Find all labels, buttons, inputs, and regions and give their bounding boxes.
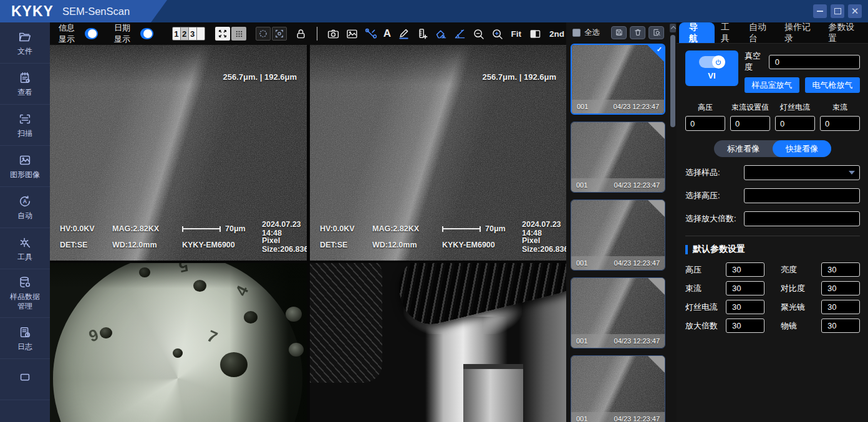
- layout-3-button[interactable]: 3: [189, 27, 197, 40]
- sidebar-item-images[interactable]: 图形图像: [0, 146, 50, 187]
- split-square-icon: [529, 27, 542, 41]
- angle-icon: [453, 27, 466, 41]
- beam-set-field-input[interactable]: [730, 116, 770, 131]
- chamber-camera-viewport[interactable]: [310, 263, 566, 422]
- grid-view-button[interactable]: [231, 27, 246, 41]
- instrument-model: KYKY-EM6900: [182, 241, 262, 249]
- circle-select-button[interactable]: [256, 27, 271, 41]
- scroll-up-button[interactable]: [670, 24, 676, 32]
- default-mag-input[interactable]: [726, 319, 764, 333]
- default-beam-input[interactable]: [726, 281, 764, 295]
- thumbnail-item[interactable]: 001 04/23 12:23:47: [571, 122, 665, 193]
- wd-readout: WD:12.0mm: [372, 241, 442, 249]
- chamber-vent-button[interactable]: 样品室放气: [745, 77, 799, 93]
- sidebar-item-partial[interactable]: [0, 359, 50, 400]
- draw-annotation-button[interactable]: [397, 26, 410, 41]
- sidebar-item-log[interactable]: 日志: [0, 318, 50, 359]
- default-brightness-input[interactable]: [821, 262, 860, 277]
- capture-button[interactable]: [327, 26, 340, 41]
- vacuum-input[interactable]: [769, 55, 860, 69]
- sidebar-item-auto[interactable]: A 自动: [0, 187, 50, 228]
- expand-view-button[interactable]: [215, 27, 230, 41]
- filament-field-input[interactable]: [775, 116, 815, 131]
- scale-bar-line: [442, 226, 481, 232]
- default-condenser-input[interactable]: [821, 300, 860, 314]
- sem-metadata-overlay: HV:0.0KV MAG:2.82KX 70μm 2024.07.23 14:4…: [320, 221, 566, 253]
- preview-image-button[interactable]: [649, 26, 664, 39]
- datetime-readout: 2024.07.23 14:48: [262, 220, 307, 237]
- tab-parameter-settings[interactable]: 参数设置: [822, 22, 866, 43]
- delete-images-button[interactable]: [630, 26, 645, 39]
- section-accent-bar: [685, 245, 688, 254]
- hv-select[interactable]: [744, 188, 860, 203]
- lock-button[interactable]: [294, 26, 307, 41]
- sidebar-item-scan[interactable]: 扫描: [0, 105, 50, 146]
- mag-select-input[interactable]: [744, 211, 860, 226]
- sidebar-item-tools[interactable]: 工具: [0, 228, 50, 269]
- fit-button[interactable]: Fit: [509, 29, 524, 39]
- thumbnail-item[interactable]: ✓ 001 04/23 12:23:47: [571, 44, 665, 115]
- sample-select-input[interactable]: [744, 165, 860, 180]
- hv-field-input[interactable]: [685, 116, 725, 131]
- pen-icon: [397, 27, 410, 41]
- beam-field-input[interactable]: [820, 116, 860, 131]
- sem-viewport-1[interactable]: 256.7μm. | 192.6μm HV:0.0KV MAG:2.82KX 7…: [50, 45, 307, 261]
- tab-auto-stage[interactable]: 自动台: [743, 22, 778, 43]
- mag-select[interactable]: [744, 211, 860, 226]
- quick-imaging-button[interactable]: 快捷看像: [773, 140, 831, 157]
- layout-1-button[interactable]: 1: [173, 27, 181, 40]
- text-annotation-button[interactable]: A: [383, 26, 391, 41]
- title-bar: KYKY SEM-SenScan ✕: [0, 0, 868, 22]
- repair-tools-button[interactable]: [364, 26, 377, 41]
- tab-tools[interactable]: 工具: [715, 22, 743, 43]
- info-display-toggle[interactable]: [85, 28, 98, 39]
- thumbnail-time: 04/23 12:23:47: [614, 103, 659, 110]
- second-display-button[interactable]: 2nd: [547, 29, 566, 39]
- stage-camera-viewport[interactable]: 9 7 4 5: [50, 263, 307, 422]
- close-button[interactable]: ✕: [848, 4, 862, 18]
- eraser-eye-icon: [435, 27, 448, 41]
- tab-operation-log[interactable]: 操作记录: [778, 22, 822, 43]
- angle-measure-button[interactable]: [453, 26, 466, 41]
- layout-4-button[interactable]: [197, 27, 205, 40]
- snapshot-button[interactable]: [345, 26, 359, 41]
- thumbnail-item[interactable]: 001 04/23 12:23:47: [571, 277, 665, 348]
- dot-grid-icon: [234, 29, 244, 39]
- hv-select-input[interactable]: [744, 188, 860, 203]
- sidebar-item-view[interactable]: 查看: [0, 64, 50, 105]
- area-select-button[interactable]: [272, 27, 287, 41]
- maximize-button[interactable]: [831, 4, 844, 18]
- sample-select[interactable]: [744, 165, 860, 180]
- wd-readout: WD:12.0mm: [112, 241, 182, 249]
- zoom-in-button[interactable]: [491, 26, 504, 41]
- measure-button[interactable]: [416, 26, 429, 41]
- sidebar-item-files[interactable]: 文件: [0, 22, 50, 64]
- sem-viewport-2[interactable]: 256.7μm. | 192.6μm HV:0.0KV MAG:2.82KX 7…: [310, 45, 566, 261]
- trash-icon: [634, 28, 642, 37]
- standard-imaging-button[interactable]: 标准看像: [714, 140, 773, 157]
- thumbnail-header: 全选: [566, 22, 677, 42]
- arrows-out-icon: [218, 29, 228, 39]
- default-contrast-input[interactable]: [821, 281, 860, 295]
- split-view-button[interactable]: [529, 26, 542, 41]
- eraser-button[interactable]: [435, 26, 448, 41]
- default-filament-input[interactable]: [726, 300, 764, 314]
- scrollbar-thumb[interactable]: [670, 35, 675, 127]
- vi-toggle[interactable]: [699, 56, 725, 68]
- save-images-button[interactable]: [611, 26, 627, 39]
- vi-power-box[interactable]: VI: [685, 50, 738, 86]
- date-display-toggle[interactable]: [140, 28, 153, 39]
- zoom-out-button[interactable]: [472, 26, 485, 41]
- minimize-button[interactable]: [813, 4, 827, 18]
- select-all-checkbox[interactable]: [572, 29, 581, 37]
- thumbnail-item[interactable]: 001 04/23 12:23:47: [571, 355, 665, 422]
- zoom-out-icon: [472, 27, 485, 41]
- tab-navigation[interactable]: 导航: [679, 22, 715, 43]
- sidebar-item-sample-data[interactable]: 样品数据 管理: [0, 269, 50, 318]
- default-objective-input[interactable]: [821, 319, 860, 333]
- gun-vent-button[interactable]: 电气枪放气: [805, 77, 860, 93]
- check-icon: ✓: [657, 46, 662, 54]
- default-hv-input[interactable]: [726, 262, 764, 277]
- thumbnail-item[interactable]: 001 04/23 12:23:47: [571, 199, 665, 271]
- layout-2-button[interactable]: 2: [181, 27, 189, 40]
